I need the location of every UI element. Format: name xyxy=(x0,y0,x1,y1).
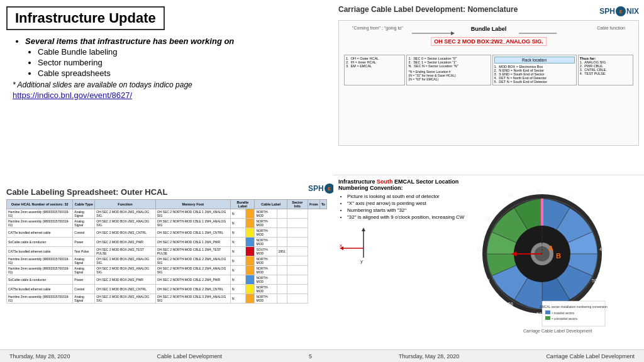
svg-text:= uninstalled sectors: = uninstalled sectors xyxy=(552,317,578,321)
nomenclature-table2: 1. SEC 0 = Sector Location "0" 2. SEC 1 … xyxy=(406,55,491,85)
svg-text:50: 50 xyxy=(592,278,597,283)
bullet-spreadsheets: Cable spreadsheets xyxy=(38,69,327,78)
svg-text:EMCAL sector installation numb: EMCAL sector installation numbering conv… xyxy=(540,305,608,309)
sector-bullet-1: Picture is looking at south end of detec… xyxy=(347,194,474,199)
footer-center: Cable Label Development xyxy=(157,353,222,359)
svg-text:= installed sectors: = installed sectors xyxy=(552,312,575,315)
footer-date-right: Thursday, May 28, 2020 xyxy=(399,353,459,359)
rack-location-badge: Rack location xyxy=(494,57,575,63)
svg-text:x: x xyxy=(340,243,342,248)
table-row: Hamline 2mm assembly (98003315700319-01)… xyxy=(7,294,327,304)
spreadsheet-title: Cable Labeling Spreadsheet: Outer HCAL xyxy=(6,187,327,197)
footer-date-left: Thursday, May 28, 2020 xyxy=(9,353,70,359)
footer-page: 5 xyxy=(309,353,312,359)
svg-text:47: 47 xyxy=(600,247,605,251)
svg-text:58: 58 xyxy=(509,302,514,306)
col-function: Function xyxy=(95,200,155,209)
svg-text:y: y xyxy=(360,258,363,264)
sector-bullets: Picture is looking at south end of detec… xyxy=(338,194,474,220)
slide-title-box: Infrastructure Update xyxy=(6,6,165,30)
svg-text:34: 34 xyxy=(486,217,491,221)
svg-text:41: 41 xyxy=(569,195,574,199)
svg-text:38: 38 xyxy=(537,189,542,193)
svg-text:51: 51 xyxy=(477,247,482,251)
bullet-intro: Several items that infrastructure has be… xyxy=(25,36,327,46)
table-row: Hamline 2mm assembly (98003315700319-01)… xyxy=(7,209,327,219)
svg-text:35: 35 xyxy=(509,194,514,198)
bullet-cable: Cable Bundle labeling xyxy=(38,47,327,57)
table-row: SoCalite cable & conductor Power OH SEC … xyxy=(7,275,327,285)
col-to: To xyxy=(319,200,326,209)
nomenclature-table1: 1. OH = Outer HCAL 2. IH = Inner HCAL 3.… xyxy=(344,55,405,85)
bullet-section: Several items that infrastructure has be… xyxy=(13,36,327,101)
svg-text:57: 57 xyxy=(537,312,542,316)
sphenix-logo-right: SPH E NIX xyxy=(599,6,639,16)
table-row: Hamline 2mm assembly (98003315700319-01)… xyxy=(7,256,327,266)
nomenclature-title: Carriage Cable Label Development: Nomenc… xyxy=(338,5,518,14)
additional-note: * Additional slides are available on tod… xyxy=(13,80,327,89)
coordinate-svg: y x xyxy=(338,226,389,264)
slide-title: Infrastructure Update xyxy=(15,10,156,26)
bundle-label-area: "Coming from" ; "going to" Bundle Label … xyxy=(343,25,635,141)
col-cable-type: Cable Type xyxy=(73,200,95,209)
table-row: Hamline 2mm assembly (98003315700319-01)… xyxy=(7,219,327,228)
col-bundle-label: Bundle Label xyxy=(230,200,255,209)
horizontal-divider xyxy=(333,175,644,175)
col-outer-hcal: Outer HCAL Number of sectors: 32 xyxy=(7,200,73,209)
table-row: CAT5e bundled ethernet cable Test Pulse … xyxy=(7,247,327,256)
oh-sec-label: OH SEC 2 MOD BOX:2W2_ANALOG SIG. xyxy=(431,37,547,46)
indico-link[interactable]: https://indico.bnl.gov/event/8627/ xyxy=(13,90,132,100)
table-row: SoCalite cable & conductor Power OH SEC … xyxy=(7,238,327,247)
bottom-right-section: Infrastructure South EMCAL Sector Locati… xyxy=(333,176,644,349)
south-highlight: South xyxy=(377,178,393,185)
carriage-label: Carriage Cable Label Development xyxy=(476,329,639,333)
left-panel: Infrastructure Update Several items that… xyxy=(0,0,333,362)
footer-bar: Thursday, May 28, 2020 Cable Label Devel… xyxy=(0,349,644,362)
col-cable-label: Cable Label xyxy=(255,200,287,209)
col-memory: Memory Foot xyxy=(155,200,230,209)
thus-far-box: Thus far: 1. ANALOG SIG. 2. PWR CBLE. 3.… xyxy=(578,55,633,85)
table-row: CAT5e bundled ethernet cable Control OH … xyxy=(7,228,327,238)
footer-label-right: Carriage Cable Label Development xyxy=(546,353,635,359)
nomenclature-table3: Rack location 1. MOD BOX = Electronics B… xyxy=(492,55,577,85)
sector-svg: A B 38 41 44 47 50 53 57 58 54 51 34 xyxy=(476,178,608,329)
coordinate-diagram: y x xyxy=(338,226,389,264)
svg-rect-30 xyxy=(545,310,550,314)
table-row: Hamline 2mm assembly (98003315700319-01)… xyxy=(7,266,327,275)
svg-text:54: 54 xyxy=(486,278,491,283)
sector-bullet-3: Numbering starts with "32" xyxy=(347,207,474,213)
sector-bullet-4: "32" is aligned with 9 o'clock position,… xyxy=(347,214,474,220)
svg-text:44: 44 xyxy=(591,216,596,220)
sector-diagram: A B 38 41 44 47 50 53 57 58 54 51 34 xyxy=(476,178,639,347)
spreadsheet-table: Outer HCAL Number of sectors: 32 Cable T… xyxy=(6,199,327,304)
sector-bullet-2: "X" axis (red arrow) is pointing west xyxy=(347,200,474,206)
svg-text:B: B xyxy=(556,252,561,260)
table-row: CAT5e bundled ethernet cable Control OH … xyxy=(7,285,327,294)
sector-text-area: Infrastructure South EMCAL Sector Locati… xyxy=(338,178,474,347)
spreadsheet-section: Cable Labeling Spreadsheet: Outer HCAL O… xyxy=(0,182,333,352)
nomenclature-diagram: "Coming from" ; "going to" Bundle Label … xyxy=(338,20,639,146)
bullet-sector: Sector numbering xyxy=(38,58,327,67)
col-sector: Sector Info xyxy=(287,200,308,209)
sector-title: Infrastructure South EMCAL Sector Locati… xyxy=(338,178,474,191)
svg-text:A: A xyxy=(548,244,553,252)
col-from: From xyxy=(308,200,319,209)
svg-rect-32 xyxy=(545,316,550,320)
